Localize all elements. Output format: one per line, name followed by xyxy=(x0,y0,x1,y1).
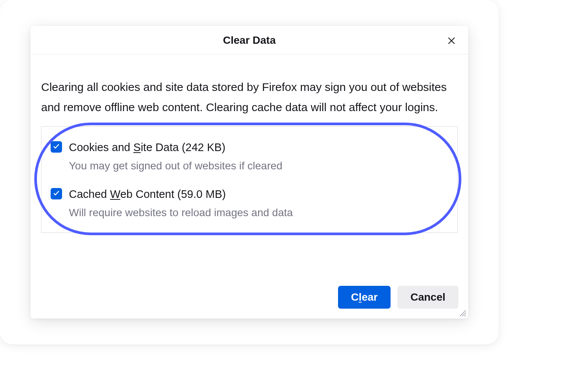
dialog-footer: Clear Cancel xyxy=(30,286,468,319)
clear-button[interactable]: Clear xyxy=(338,286,391,309)
option-label-cache: Cached Web Content (59.0 MB) xyxy=(69,186,448,202)
checkbox-cookies[interactable] xyxy=(51,141,62,153)
clear-data-dialog: Clear Data Clearing all cookies and site… xyxy=(30,26,468,319)
dialog-title: Clear Data xyxy=(42,34,457,46)
checkmark-icon xyxy=(53,189,60,198)
option-cached-web-content: Cached Web Content (59.0 MB) Will requir… xyxy=(51,186,448,220)
option-label-cookies: Cookies and Site Data (242 KB) xyxy=(69,140,448,155)
options-wrap: Cookies and Site Data (242 KB) You may g… xyxy=(41,126,458,233)
option-cookies-site-data: Cookies and Site Data (242 KB) You may g… xyxy=(51,140,448,173)
cancel-button[interactable]: Cancel xyxy=(397,286,458,309)
option-text: Cookies and Site Data (242 KB) You may g… xyxy=(69,140,448,173)
dialog-header: Clear Data xyxy=(30,26,468,54)
outer-card: Clear Data Clearing all cookies and site… xyxy=(0,0,499,344)
dialog-description: Clearing all cookies and site data store… xyxy=(41,77,458,117)
options-box: Cookies and Site Data (242 KB) You may g… xyxy=(41,126,458,233)
checkmark-icon xyxy=(53,142,60,151)
close-icon xyxy=(447,36,456,46)
checkbox-cache[interactable] xyxy=(51,188,62,199)
option-sub-cache: Will require websites to reload images a… xyxy=(69,206,448,220)
close-button[interactable] xyxy=(445,34,458,48)
option-sub-cookies: You may get signed out of websites if cl… xyxy=(69,159,448,173)
dialog-body: Clearing all cookies and site data store… xyxy=(30,54,468,286)
option-text: Cached Web Content (59.0 MB) Will requir… xyxy=(69,186,448,220)
